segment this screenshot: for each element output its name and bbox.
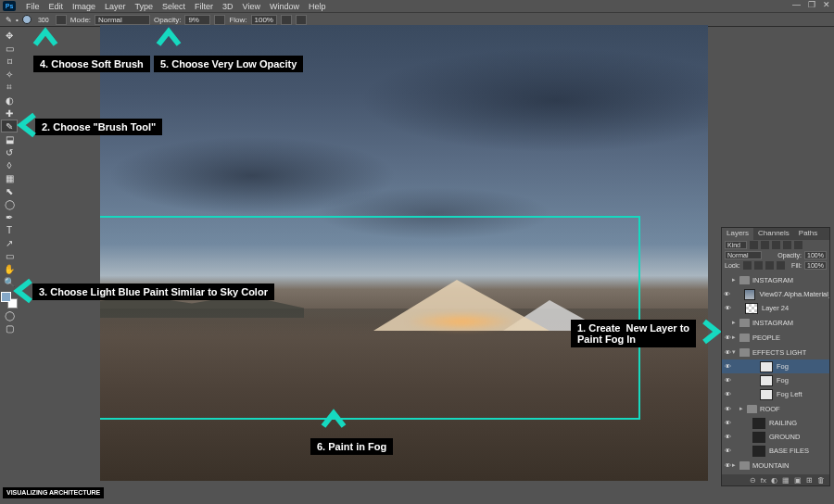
- layer-name[interactable]: Fog Left: [777, 390, 802, 398]
- layer-name[interactable]: EFFECTS LIGHT: [752, 348, 806, 357]
- layer-thumbnail[interactable]: [760, 389, 773, 400]
- menu-edit[interactable]: Edit: [44, 2, 69, 11]
- panel-tab-paths[interactable]: Paths: [794, 228, 822, 240]
- maximize-button[interactable]: ❐: [808, 0, 815, 9]
- layer-name[interactable]: RAILING: [769, 419, 797, 427]
- visibility-icon[interactable]: 👁: [724, 391, 732, 397]
- layer-fill-input[interactable]: 100%: [804, 261, 827, 270]
- visibility-icon[interactable]: 👁: [724, 420, 732, 426]
- layer-opacity-input[interactable]: 100%: [804, 251, 827, 259]
- layer-row[interactable]: 👁View07.Alpha.Material_ID: [722, 287, 829, 301]
- visibility-icon[interactable]: 👁: [724, 377, 732, 384]
- filter-smart-icon[interactable]: [794, 241, 802, 249]
- lock-transparent-icon[interactable]: [743, 261, 752, 270]
- brush-size[interactable]: 300: [35, 15, 52, 24]
- tool-type[interactable]: T: [1, 223, 18, 236]
- screenmode-icon[interactable]: ▢: [1, 321, 18, 334]
- visibility-icon[interactable]: 👁: [724, 305, 732, 311]
- layer-name[interactable]: ROOF: [760, 405, 780, 413]
- layer-thumbnail[interactable]: [744, 289, 756, 300]
- layers-footer-button-6[interactable]: 🗑: [817, 476, 825, 485]
- menu-view[interactable]: View: [238, 2, 265, 11]
- layer-name[interactable]: BASE FILES: [769, 447, 809, 455]
- menu-help[interactable]: Help: [304, 2, 331, 11]
- layer-thumbnail[interactable]: [752, 432, 765, 443]
- canvas[interactable]: [100, 25, 708, 481]
- layer-group[interactable]: 👁▾EFFECTS LIGHT: [722, 345, 829, 359]
- panel-tab-layers[interactable]: Layers: [722, 228, 753, 240]
- disclosure-icon[interactable]: ▸: [732, 319, 739, 326]
- layer-group[interactable]: ▸INSTAGRAM: [722, 272, 829, 287]
- tool-gradient[interactable]: ▦: [1, 171, 18, 184]
- layer-thumbnail[interactable]: [752, 418, 765, 429]
- layer-group[interactable]: ▸INSTAGRAM: [722, 315, 829, 330]
- layer-thumbnail[interactable]: [760, 375, 773, 386]
- quickmask-icon[interactable]: ◯: [1, 309, 18, 321]
- layers-footer-button-3[interactable]: ▦: [782, 476, 790, 485]
- visibility-icon[interactable]: 👁: [724, 334, 732, 341]
- visibility-icon[interactable]: 👁: [724, 462, 732, 469]
- blend-mode-select[interactable]: Normal: [95, 15, 150, 25]
- visibility-icon[interactable]: 👁: [724, 406, 732, 412]
- tool-wand[interactable]: ✧: [1, 68, 18, 81]
- layers-footer-button-1[interactable]: fx: [761, 476, 766, 485]
- layer-group[interactable]: 👁▸MOUNTAIN: [722, 458, 829, 472]
- disclosure-icon[interactable]: ▸: [732, 334, 739, 341]
- layer-row[interactable]: 👁GROUND: [722, 430, 829, 444]
- panel-tab-channels[interactable]: Channels: [753, 228, 794, 240]
- tool-shape[interactable]: ▭: [1, 249, 18, 262]
- layer-row[interactable]: 👁Fog Left: [722, 387, 829, 401]
- layer-thumbnail[interactable]: [752, 446, 765, 457]
- filter-type-icon[interactable]: [772, 241, 780, 249]
- layer-name[interactable]: View07.Alpha.Material_ID: [759, 290, 829, 298]
- menu-layer[interactable]: Layer: [100, 2, 131, 11]
- tool-blur[interactable]: ⬉: [1, 184, 18, 197]
- visibility-icon[interactable]: 👁: [724, 349, 732, 356]
- minimize-button[interactable]: —: [792, 0, 801, 9]
- layer-row[interactable]: 👁Layer 24: [722, 301, 829, 315]
- layer-name[interactable]: Layer 24: [762, 304, 789, 312]
- layer-thumbnail[interactable]: [745, 303, 758, 314]
- tool-lasso[interactable]: ⌑: [1, 55, 18, 68]
- disclosure-icon[interactable]: ▸: [739, 405, 747, 412]
- layer-name[interactable]: GROUND: [769, 433, 800, 441]
- menu-3d[interactable]: 3D: [218, 2, 238, 11]
- layer-blend-select[interactable]: Normal: [725, 251, 762, 259]
- close-button[interactable]: ✕: [823, 0, 830, 9]
- lock-pixels-icon[interactable]: [754, 261, 763, 270]
- layer-name[interactable]: Fog: [777, 376, 789, 384]
- menu-file[interactable]: File: [21, 2, 44, 11]
- menu-type[interactable]: Type: [131, 2, 158, 11]
- layer-group[interactable]: 👁▸PEOPLE: [722, 330, 829, 345]
- disclosure-icon[interactable]: ▾: [732, 348, 739, 356]
- layer-row[interactable]: 👁Fog: [722, 373, 829, 387]
- tool-preset-icon[interactable]: ✎: [6, 16, 12, 24]
- tool-dodge[interactable]: ◯: [1, 197, 18, 210]
- layer-name[interactable]: INSTAGRAM: [752, 276, 793, 284]
- menu-filter[interactable]: Filter: [190, 2, 218, 11]
- pressure-size-icon[interactable]: [296, 15, 307, 25]
- layer-row[interactable]: 👁RAILING: [722, 416, 829, 430]
- pressure-opacity-icon[interactable]: [214, 15, 225, 25]
- layer-thumbnail[interactable]: [760, 361, 773, 372]
- visibility-icon[interactable]: 👁: [724, 434, 732, 440]
- tool-crop[interactable]: ⌗: [1, 81, 18, 94]
- flow-input[interactable]: 100%: [251, 15, 277, 25]
- layer-name[interactable]: PEOPLE: [752, 334, 780, 342]
- tool-eyedrop[interactable]: ◐: [1, 94, 18, 107]
- lock-all-icon[interactable]: [777, 261, 785, 270]
- layers-footer-button-5[interactable]: ⊞: [806, 476, 813, 485]
- filter-shape-icon[interactable]: [783, 241, 791, 249]
- layer-row[interactable]: 👁BASE FILES: [722, 444, 829, 458]
- filter-kind-select[interactable]: Kind: [725, 241, 747, 249]
- tool-history[interactable]: ↺: [1, 145, 18, 158]
- tool-hand[interactable]: ✋: [1, 262, 18, 275]
- menu-image[interactable]: Image: [68, 2, 100, 11]
- lock-position-icon[interactable]: [765, 261, 774, 270]
- airbrush-icon[interactable]: [281, 15, 292, 25]
- visibility-icon[interactable]: 👁: [724, 291, 731, 297]
- layer-name[interactable]: INSTAGRAM: [752, 319, 793, 327]
- tool-marquee[interactable]: ▭: [1, 42, 18, 55]
- layers-footer-button-2[interactable]: ◐: [771, 476, 777, 485]
- tool-move[interactable]: ✥: [1, 29, 18, 42]
